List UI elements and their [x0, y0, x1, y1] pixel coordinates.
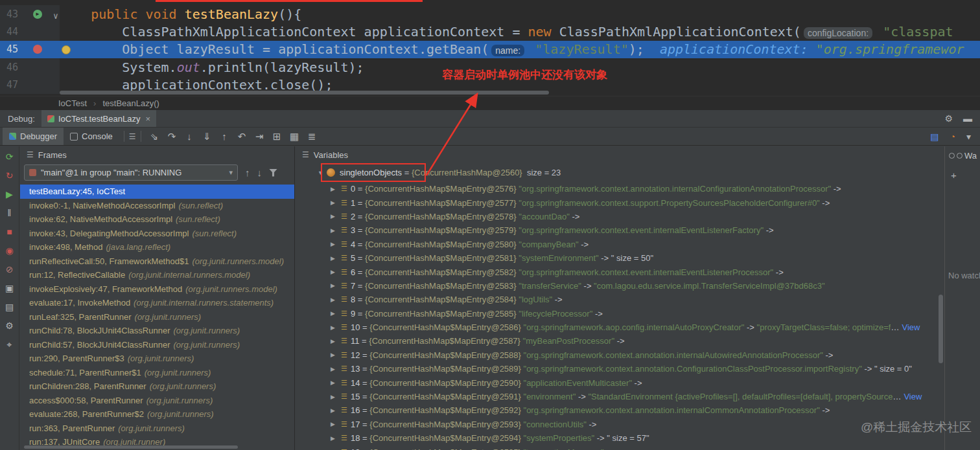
- collapse-icon[interactable]: ▼: [318, 170, 327, 176]
- stack-frame-row[interactable]: runChild:57, BlockJUnit4ClassRunner (org…: [20, 338, 294, 352]
- variable-row[interactable]: ▶ ☰ 15 = {ConcurrentHashMap$MapEntry@259…: [296, 390, 944, 403]
- breadcrumb-method[interactable]: testBeanLazy(): [102, 98, 159, 108]
- expand-icon[interactable]: ▶: [331, 435, 340, 442]
- variable-row[interactable]: ▶ ☰ 5 = {ConcurrentHashMap$MapEntry@2581…: [296, 251, 944, 265]
- pin-button[interactable]: ⌖: [3, 337, 17, 352]
- editor-horizontal-scrollbar[interactable]: [60, 91, 549, 95]
- mute-breakpoints-button[interactable]: ⊘: [3, 262, 17, 276]
- hide-library-frames-filter-icon[interactable]: [269, 169, 277, 177]
- restore-layout-button[interactable]: ▤: [930, 131, 939, 142]
- expand-icon[interactable]: ▶: [331, 379, 340, 386]
- variable-row[interactable]: ▶ ☰ 12 = {ConcurrentHashMap$MapEntry@258…: [296, 348, 944, 362]
- force-step-into-button[interactable]: ⇓: [198, 131, 216, 142]
- step-out-button[interactable]: ↑: [216, 131, 233, 142]
- expand-icon[interactable]: ▶: [331, 213, 340, 219]
- variables-vertical-scrollbar[interactable]: [939, 295, 943, 363]
- stack-frame-row[interactable]: runLeaf:325, ParentRunner (org.junit.run…: [20, 310, 294, 324]
- expand-icon[interactable]: ▶: [331, 352, 340, 358]
- stack-frame-row[interactable]: invokeExplosively:47, FrameworkMethod (o…: [20, 282, 294, 297]
- stack-frame-row[interactable]: runReflectiveCall:50, FrameworkMethod$1 …: [20, 254, 294, 269]
- stack-frame-row[interactable]: runChild:78, BlockJUnit4ClassRunner (org…: [20, 324, 294, 338]
- pause-button[interactable]: ‖: [3, 206, 17, 220]
- expand-icon[interactable]: ▶: [331, 366, 340, 372]
- resume-button[interactable]: ▶: [3, 187, 17, 201]
- rerun-button[interactable]: ⟳: [3, 150, 17, 164]
- expand-icon[interactable]: ▶: [331, 407, 340, 414]
- variable-row[interactable]: ▶ ☰ 10 = {ConcurrentHashMap$MapEntry@258…: [296, 321, 944, 334]
- expand-icon[interactable]: ▶: [331, 282, 340, 289]
- variable-row[interactable]: ▶ ☰ 2 = {ConcurrentHashMap$MapEntry@2578…: [296, 210, 944, 223]
- run-test-gutter-icon[interactable]: ▶: [33, 10, 42, 19]
- stack-frame-row[interactable]: evaluate:268, ParentRunner$2 (org.junit.…: [20, 407, 294, 422]
- stack-frame-row[interactable]: testBeanLazy:45, IoCTest: [20, 185, 294, 199]
- view-link[interactable]: View: [904, 392, 922, 401]
- fold-chevron-icon[interactable]: ∨: [53, 11, 58, 21]
- hide-window-icon[interactable]: ▬: [963, 113, 972, 124]
- variable-row[interactable]: ▶ ☰ 1 = {ConcurrentHashMap$MapEntry@2577…: [296, 196, 944, 209]
- variable-row[interactable]: ▶ ☰ 18 = {ConcurrentHashMap$MapEntry@259…: [296, 431, 944, 445]
- stack-frame-row[interactable]: evaluate:17, InvokeMethod (org.junit.int…: [20, 296, 294, 310]
- variable-row[interactable]: ▶ ☰ 19 = {ConcurrentHashMap$MapEntry@259…: [296, 445, 944, 450]
- settings-button[interactable]: ⚙: [3, 319, 17, 333]
- expand-icon[interactable]: ▶: [331, 297, 340, 303]
- variable-row[interactable]: ▶ ☰ 3 = {ConcurrentHashMap$MapEntry@2579…: [296, 223, 944, 237]
- debug-session-tab[interactable]: IoCTest.testBeanLazy ×: [41, 110, 156, 127]
- variable-row[interactable]: ▶ ☰ 8 = {ConcurrentHashMap$MapEntry@2584…: [296, 293, 944, 306]
- variable-root-row[interactable]: ▼ singletonObjects = {ConcurrentHashMap@…: [296, 163, 944, 182]
- variable-row[interactable]: ▶ ☰ 7 = {ConcurrentHashMap$MapEntry@2583…: [296, 279, 944, 293]
- variable-row[interactable]: ▶ ☰ 6 = {ConcurrentHashMap$MapEntry@2582…: [296, 265, 944, 278]
- expand-icon[interactable]: ▶: [331, 324, 340, 331]
- run-to-cursor-button[interactable]: ⇥: [251, 131, 268, 142]
- variable-row[interactable]: ▶ ☰ 4 = {ConcurrentHashMap$MapEntry@2580…: [296, 238, 944, 251]
- variables-menu-icon[interactable]: ☰: [302, 150, 309, 159]
- stack-frame-row[interactable]: invoke:43, DelegatingMethodAccessorImpl …: [20, 227, 294, 241]
- variable-row[interactable]: ▶ ☰ 11 = {ConcurrentHashMap$MapEntry@258…: [296, 334, 944, 348]
- stack-frame-row[interactable]: runChildren:288, ParentRunner (org.junit…: [20, 379, 294, 394]
- watches-header[interactable]: Wa: [945, 146, 980, 161]
- variable-row[interactable]: ▶ ☰ 13 = {ConcurrentHashMap$MapEntry@258…: [296, 362, 944, 376]
- expand-icon[interactable]: ▶: [331, 421, 340, 427]
- show-execution-point-button[interactable]: ⇘: [146, 131, 163, 142]
- drop-frame-button[interactable]: ↶: [233, 131, 251, 142]
- variable-row[interactable]: ▶ ☰ 0 = {ConcurrentHashMap$MapEntry@2576…: [296, 182, 944, 196]
- variable-row[interactable]: ▶ ☰ 17 = {ConcurrentHashMap$MapEntry@259…: [296, 418, 944, 431]
- stack-frame-row[interactable]: invoke:498, Method (java.lang.reflect): [20, 240, 294, 254]
- view-breakpoints-button[interactable]: ◉: [3, 243, 17, 258]
- variable-row[interactable]: ▶ ☰ 14 = {ConcurrentHashMap$MapEntry@259…: [296, 376, 944, 389]
- expand-icon[interactable]: ▶: [331, 227, 340, 234]
- step-into-button[interactable]: ↓: [181, 131, 198, 142]
- expand-icon[interactable]: ▶: [331, 241, 340, 247]
- evaluate-expression-button[interactable]: ⊞: [268, 131, 286, 142]
- layout-menu-icon[interactable]: ☰: [129, 132, 136, 141]
- thread-dump-button[interactable]: ▣: [3, 281, 17, 295]
- layout-button[interactable]: ▤: [3, 300, 17, 314]
- stack-frame-row[interactable]: run:363, ParentRunner (org.junit.runners…: [20, 422, 294, 436]
- expand-icon[interactable]: ▶: [331, 394, 340, 400]
- intention-bulb-icon[interactable]: [62, 45, 71, 54]
- thread-selector[interactable]: "main"@1 in group "main": RUNNING ▾: [24, 164, 238, 181]
- previous-frame-button[interactable]: ↑: [245, 167, 250, 178]
- frames-horizontal-scrollbar[interactable]: [24, 445, 238, 449]
- stack-frame-row[interactable]: invoke0:-1, NativeMethodAccessorImpl (su…: [20, 199, 294, 213]
- hide-toolbar-button[interactable]: ▾: [966, 131, 971, 142]
- expand-icon[interactable]: ▶: [331, 269, 340, 275]
- tab-console[interactable]: Console: [64, 128, 119, 145]
- settings-gear-icon[interactable]: ⚙: [944, 113, 953, 124]
- next-frame-button[interactable]: ↓: [257, 167, 262, 178]
- stack-frame-row[interactable]: run:290, ParentRunner$3 (org.junit.runne…: [20, 352, 294, 366]
- stack-frame-row[interactable]: run:12, ReflectiveCallable (org.junit.in…: [20, 268, 294, 282]
- close-icon[interactable]: ×: [145, 114, 150, 124]
- expand-icon[interactable]: ▶: [331, 255, 340, 262]
- rerun-failed-tests-button[interactable]: ↻: [3, 168, 17, 183]
- breadcrumb-class[interactable]: IoCTest: [58, 98, 87, 108]
- memory-view-button[interactable]: ▦: [286, 131, 303, 142]
- stack-frame-row[interactable]: access$000:58, ParentRunner (org.junit.r…: [20, 394, 294, 408]
- expand-icon[interactable]: ▶: [331, 338, 340, 344]
- stack-frame-row[interactable]: schedule:71, ParentRunner$1 (org.junit.r…: [20, 366, 294, 380]
- stop-button[interactable]: ■: [3, 225, 17, 239]
- step-over-button[interactable]: ↷: [163, 131, 181, 142]
- view-link[interactable]: View: [902, 322, 920, 332]
- breakpoint-icon[interactable]: [33, 45, 42, 54]
- add-watch-button[interactable]: +: [951, 170, 980, 181]
- variable-row[interactable]: ▶ ☰ 16 = {ConcurrentHashMap$MapEntry@259…: [296, 403, 944, 417]
